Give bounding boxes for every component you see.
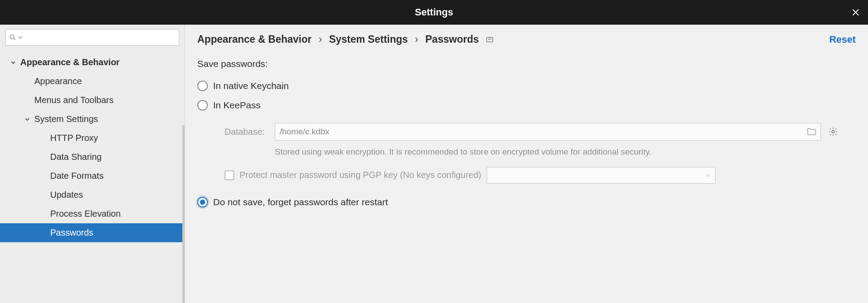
sidebar-item-label: Process Elevation <box>50 209 121 219</box>
chevron-right-icon: › <box>318 33 322 45</box>
sidebar-item-label: Menus and Toolbars <box>34 95 114 105</box>
titlebar: Settings <box>0 0 868 25</box>
sidebar-item-menus-toolbars[interactable]: Menus and Toolbars <box>0 91 185 110</box>
sidebar-item-http-proxy[interactable]: HTTP Proxy <box>0 129 185 148</box>
reset-button[interactable]: Reset <box>829 34 856 45</box>
search-icon <box>9 34 16 41</box>
sidebar-item-label: Date Formats <box>50 171 103 181</box>
chevron-down-icon <box>9 60 18 65</box>
radio-label: Do not save, forget passwords after rest… <box>213 197 388 207</box>
breadcrumb-segment[interactable]: Appearance & Behavior <box>197 33 311 45</box>
sidebar-item-label: Appearance <box>34 76 82 86</box>
svg-point-3 <box>832 130 835 133</box>
breadcrumb-segment[interactable]: System Settings <box>329 33 408 45</box>
window-title: Settings <box>415 7 453 18</box>
sidebar-item-appearance-behavior[interactable]: Appearance & Behavior <box>0 53 185 72</box>
sidebar-item-label: Appearance & Behavior <box>20 57 120 67</box>
close-icon[interactable] <box>851 8 860 17</box>
scrollbar[interactable] <box>182 125 185 303</box>
database-path-input: /home/c.kdbx <box>275 123 821 140</box>
protect-pgp-label: Protect master password using PGP key (N… <box>240 170 481 180</box>
sidebar-item-label: Passwords <box>50 228 93 238</box>
protect-pgp-checkbox <box>225 170 234 180</box>
sidebar-item-label: Data Sharing <box>50 152 102 162</box>
svg-point-0 <box>10 35 14 39</box>
database-label: Database: <box>225 127 269 137</box>
chevron-down-icon <box>705 173 711 178</box>
radio-label: In KeePass <box>213 100 260 111</box>
database-path-value: /home/c.kdbx <box>280 127 329 137</box>
encryption-hint: Stored using weak encryption. It is reco… <box>225 143 665 163</box>
sidebar-item-label: HTTP Proxy <box>50 133 98 143</box>
sidebar-item-system-settings[interactable]: System Settings <box>0 110 185 129</box>
sidebar-item-date-formats[interactable]: Date Formats <box>0 166 185 185</box>
pgp-key-dropdown <box>487 167 716 184</box>
radio-do-not-save[interactable]: Do not save, forget passwords after rest… <box>197 192 856 212</box>
search-field[interactable] <box>24 33 175 41</box>
sidebar-item-passwords[interactable]: Passwords <box>0 223 185 242</box>
content-pane: Appearance & Behavior › System Settings … <box>185 25 868 303</box>
radio-icon[interactable] <box>197 100 208 111</box>
sidebar-item-updates[interactable]: Updates <box>0 185 185 204</box>
chevron-down-icon <box>23 117 32 122</box>
sidebar: Appearance & Behavior Appearance Menus a… <box>0 25 185 303</box>
breadcrumb-segment: Passwords <box>425 33 479 45</box>
sidebar-item-label: Updates <box>50 190 83 200</box>
save-passwords-label: Save passwords: <box>185 50 868 74</box>
radio-label: In native Keychain <box>213 81 289 91</box>
svg-rect-2 <box>488 39 491 40</box>
chevron-down-icon <box>18 35 22 40</box>
radio-icon[interactable] <box>197 197 208 207</box>
sidebar-item-label: System Settings <box>34 114 98 124</box>
sidebar-item-appearance[interactable]: Appearance <box>0 72 185 91</box>
search-input[interactable] <box>5 29 179 46</box>
radio-keepass[interactable]: In KeePass <box>197 96 856 115</box>
settings-tree: Appearance & Behavior Appearance Menus a… <box>0 50 185 303</box>
gear-icon[interactable] <box>827 126 839 138</box>
scope-icon <box>486 36 494 44</box>
svg-rect-1 <box>487 37 493 42</box>
sidebar-item-process-elevation[interactable]: Process Elevation <box>0 204 185 223</box>
sidebar-item-data-sharing[interactable]: Data Sharing <box>0 148 185 166</box>
radio-icon[interactable] <box>197 81 208 91</box>
breadcrumb: Appearance & Behavior › System Settings … <box>185 25 868 50</box>
main-split: Appearance & Behavior Appearance Menus a… <box>0 25 868 303</box>
radio-native-keychain[interactable]: In native Keychain <box>197 76 856 96</box>
chevron-right-icon: › <box>415 33 418 45</box>
folder-icon[interactable] <box>807 128 816 136</box>
